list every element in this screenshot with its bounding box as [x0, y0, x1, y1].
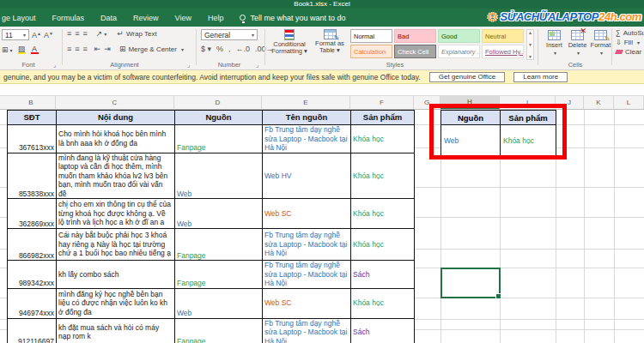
cell[interactable]: Fb Trung tâm dạy nghề sửa Laptop - Macbo… — [263, 318, 351, 343]
cell[interactable]: Fanpage — [175, 125, 263, 153]
get-genuine-office-button[interactable]: Get genuine Office — [429, 72, 506, 82]
cell[interactable]: Fb Trung tâm dạy nghề sửa Laptop - Macbo… — [263, 261, 351, 289]
cell[interactable]: 989342xxx — [8, 261, 57, 289]
style-chip-good[interactable]: Good — [438, 29, 480, 43]
cell[interactable]: Khóa học — [351, 125, 415, 153]
cell[interactable]: Fb Trung tâm dạy nghề sửa Laptop - Macbo… — [263, 229, 351, 261]
cell[interactable]: Sách — [351, 261, 415, 289]
cell[interactable]: Web HV — [263, 153, 351, 199]
tab-ge-layout[interactable]: ge Layout — [2, 14, 36, 22]
comma-style-button[interactable]: , — [228, 45, 231, 53]
cell[interactable]: Fb Trung tâm dạy nghề sửa Laptop - Macbo… — [263, 125, 351, 153]
style-chip-neutral[interactable]: Neutral — [482, 29, 524, 43]
align-middle-icon[interactable]: ≡ — [75, 29, 79, 38]
conditional-formatting-button[interactable]: Conditional Formatting ▾ — [270, 29, 309, 55]
decrease-indent-icon[interactable]: ⇤ — [94, 45, 101, 53]
gallery-up-icon[interactable]: ▲ — [528, 30, 532, 35]
tell-me-box[interactable]: Tell me what you want to do — [240, 14, 345, 22]
cell[interactable]: mình đang là kỹ thuật cửa hàng laptop và… — [57, 153, 175, 199]
accounting-format-button[interactable]: $ ▾ — [201, 45, 211, 53]
font-color-button[interactable]: A — [31, 45, 39, 54]
style-chip-normal[interactable]: Normal — [350, 29, 392, 43]
cell[interactable]: Khóa học — [351, 229, 415, 261]
style-chip-check-cell[interactable]: Check Cell — [394, 45, 436, 58]
formula-bar[interactable] — [0, 84, 644, 96]
insert-cells-button[interactable]: Insert▾ — [543, 30, 566, 56]
align-center-icon[interactable]: ≡ — [75, 45, 79, 53]
align-bottom-icon[interactable]: ≡ — [83, 29, 88, 38]
cell[interactable]: Cho mình hỏi khoá học bên mình là bnh aa… — [57, 125, 175, 153]
cell[interactable]: 362869xxx — [8, 199, 57, 229]
tab-help[interactable]: Help — [208, 14, 224, 22]
percent-style-button[interactable]: % — [216, 45, 223, 53]
tab-data[interactable]: Data — [100, 14, 117, 22]
number-dialog-launcher-icon[interactable]: ⌟ — [256, 62, 258, 69]
gallery-more-icon[interactable]: ▼ — [528, 54, 532, 59]
cell[interactable]: Fanpage — [175, 261, 263, 289]
styles-gallery-scrollbar[interactable]: ▲ ▼ ▼ — [526, 29, 534, 60]
column-header-C[interactable]: C — [56, 96, 174, 109]
cell[interactable]: Web SC — [263, 199, 351, 229]
cell[interactable]: Khóa học — [351, 288, 415, 318]
wrap-text-button[interactable]: ↵ Wrap Text — [117, 29, 156, 38]
borders-button[interactable]: ⊞▾ — [2, 45, 13, 54]
format-as-table-button[interactable]: Format as Table ▾ — [312, 29, 348, 54]
autosum-button[interactable]: ∑AutoSum — [616, 29, 644, 37]
gallery-down-icon[interactable]: ▼ — [528, 42, 532, 47]
cell[interactable]: 367613xxx — [8, 125, 57, 153]
align-left-icon[interactable]: ≡ — [67, 45, 71, 53]
column-header-D[interactable]: D — [174, 96, 262, 109]
increase-decimal-button[interactable]: ←.0 — [236, 45, 251, 53]
style-chip-bad[interactable]: Bad — [394, 29, 436, 43]
orientation-button[interactable]: ↗▾ — [96, 29, 107, 38]
cell[interactable]: Cái này bắt buộc phải học 3 khoá hay riê… — [57, 229, 175, 261]
increase-indent-icon[interactable]: ⇥ — [104, 45, 111, 53]
tab-review[interactable]: Review — [133, 14, 159, 22]
cell[interactable]: chị cho em xin thông tin cụ thể của từng… — [57, 199, 175, 229]
cell[interactable]: Sách — [351, 318, 415, 343]
tab-formulas[interactable]: Formulas — [52, 14, 85, 22]
cell[interactable]: mình đăng ký học nghề bên bạn liệu có đư… — [57, 288, 175, 318]
cell[interactable]: Khóa học — [351, 153, 415, 199]
column-header-E[interactable]: E — [262, 96, 350, 109]
align-top-icon[interactable]: ≡ — [67, 29, 71, 38]
fill-button[interactable]: ⇩Fill▾ — [616, 39, 644, 46]
cell[interactable]: 912116697 — [8, 318, 57, 343]
decrease-font-size-button[interactable]: A▼ — [44, 31, 53, 39]
increase-font-size-button[interactable]: A▲ — [32, 31, 41, 39]
cell[interactable]: kh lấy combo sách — [57, 261, 175, 289]
number-format-select[interactable]: General▾ — [201, 29, 258, 40]
style-chip-explanatory-[interactable]: Explanatory ... — [438, 45, 480, 58]
column-title-sđt[interactable]: SĐT — [8, 111, 57, 125]
cell[interactable]: Fanpage — [175, 229, 263, 261]
cell[interactable]: Khóa học — [351, 199, 415, 229]
selected-cell[interactable] — [440, 268, 501, 298]
font-dialog-launcher-icon[interactable]: ⌟ — [53, 62, 56, 69]
column-header-B[interactable]: B — [7, 96, 56, 109]
tab-view[interactable]: View — [175, 14, 191, 22]
cell[interactable]: 946974xxx — [8, 288, 57, 318]
merge-center-button[interactable]: ⊞ Merge & Center ▾ — [119, 45, 184, 53]
format-cells-button[interactable]: Format▾ — [589, 30, 612, 56]
cell[interactable]: Web — [175, 199, 263, 229]
cell[interactable]: kh đặt mua sách và hỏi có máy nạp rom k — [57, 318, 175, 343]
column-title-s-n-ph-m[interactable]: Sản phẩm — [351, 111, 415, 125]
align-right-icon[interactable]: ≡ — [83, 45, 88, 53]
clear-button[interactable]: Clear▾ — [616, 48, 644, 56]
column-title-ngu-n[interactable]: Nguồn — [175, 111, 263, 125]
font-size-select[interactable]: 11▾ — [2, 29, 29, 40]
column-header-F[interactable]: F — [350, 96, 414, 109]
column-title-n-i-dung[interactable]: Nội dung — [57, 111, 175, 125]
column-header-K[interactable]: K — [584, 96, 614, 109]
column-title-t-n-ngu-n[interactable]: Tên nguồn — [263, 111, 351, 125]
style-chip-followed-hy-[interactable]: Followed Hy... — [482, 45, 524, 58]
delete-cells-button[interactable]: Delete▾ — [566, 30, 589, 56]
cell[interactable]: 866982xxx — [8, 229, 57, 261]
cell[interactable]: Web — [175, 288, 263, 318]
cell[interactable]: Fanpage — [175, 318, 263, 343]
style-chip-calculation[interactable]: Calculation — [350, 45, 392, 58]
cell[interactable]: Web — [175, 153, 263, 199]
cell[interactable]: Web SC — [263, 288, 351, 318]
cell[interactable]: 853838xxx — [8, 153, 57, 199]
learn-more-button[interactable]: Learn more — [513, 72, 568, 82]
